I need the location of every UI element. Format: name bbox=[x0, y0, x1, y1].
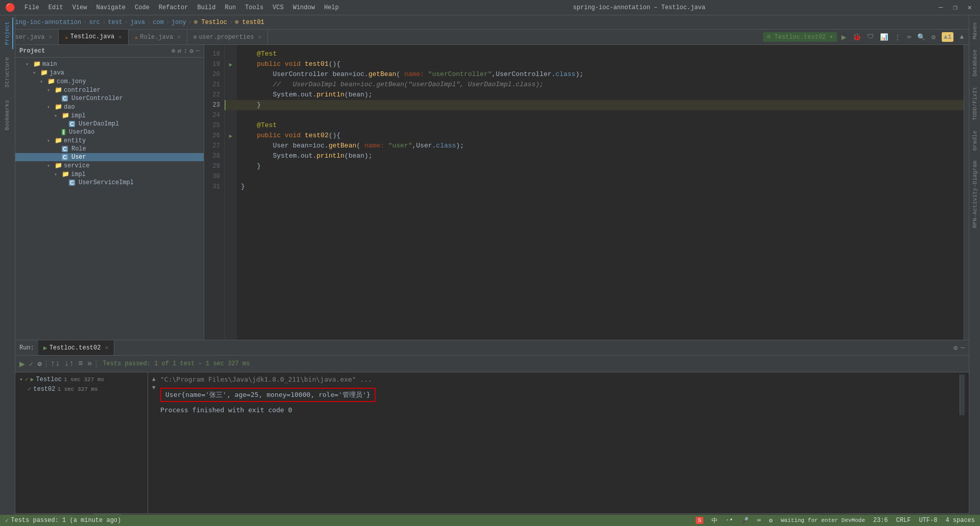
tree-user[interactable]: C User bbox=[15, 153, 204, 161]
menu-help[interactable]: Help bbox=[320, 3, 343, 12]
tree-dao[interactable]: ▾ 📁 dao bbox=[15, 103, 204, 111]
tree-userserviceimpl[interactable]: C UserServiceImpl bbox=[15, 179, 204, 187]
test-tree-testloc[interactable]: ▾ ✓ ▶ Testloc 1 sec 327 ms bbox=[15, 374, 148, 384]
run-sort-asc-btn[interactable]: ↑↓ bbox=[50, 358, 61, 369]
breadcrumb-project[interactable]: spring-ioc-annotation bbox=[4, 19, 81, 26]
run-pass-btn[interactable]: ✓ bbox=[28, 359, 34, 369]
tab-close-testloc[interactable]: ✕ bbox=[118, 34, 122, 40]
run-stop-btn[interactable]: ⊘ bbox=[36, 359, 42, 369]
structure-panel-tab[interactable]: Structure bbox=[2, 53, 13, 91]
run-align-btn[interactable]: ≡ bbox=[77, 358, 84, 369]
code-line-20: UserController bean=ioc.getBean( name: "… bbox=[237, 69, 964, 80]
gutter-19[interactable]: ▶ bbox=[225, 59, 237, 69]
search-everywhere[interactable]: 🔍 bbox=[915, 32, 927, 42]
close-button[interactable]: ✕ bbox=[965, 2, 975, 13]
breadcrumb-com[interactable]: com bbox=[153, 19, 164, 26]
database-panel-tab[interactable]: Database bbox=[970, 44, 979, 82]
breadcrumb-testloc[interactable]: ⊙ Testloc bbox=[194, 18, 227, 26]
breadcrumb-src[interactable]: src bbox=[89, 19, 100, 26]
menu-file[interactable]: File bbox=[20, 3, 43, 12]
tree-impl-service[interactable]: ▾ 📁 impl bbox=[15, 170, 204, 179]
run-more-btn[interactable]: » bbox=[86, 358, 93, 369]
encoding[interactable]: UTF-8 bbox=[919, 517, 937, 524]
code-content[interactable]: @Test public void test01(){ UserControll… bbox=[237, 45, 964, 340]
tree-userdaoimpl[interactable]: C UserDaoImpl bbox=[15, 120, 204, 128]
window-controls[interactable]: — ❐ ✕ bbox=[936, 2, 975, 13]
editor-scrollbar[interactable] bbox=[964, 45, 969, 340]
breadcrumb-test[interactable]: test bbox=[108, 19, 122, 26]
run-test01-icon[interactable]: ▶ bbox=[229, 61, 233, 68]
debug-button[interactable]: 🐞 bbox=[850, 32, 863, 42]
maximize-button[interactable]: ❐ bbox=[950, 2, 960, 13]
line-ending[interactable]: CRLF bbox=[896, 517, 911, 524]
tree-entity[interactable]: ▾ 📁 entity bbox=[15, 136, 204, 145]
profile-button[interactable]: 📊 bbox=[878, 32, 890, 42]
tree-service[interactable]: ▾ 📁 service bbox=[15, 161, 204, 170]
project-panel-tab[interactable]: Project bbox=[2, 17, 13, 49]
scroll-down-btn[interactable]: ▼ bbox=[152, 384, 158, 391]
menu-code[interactable]: Code bbox=[131, 3, 154, 12]
run-test02-icon[interactable]: ▶ bbox=[229, 133, 233, 139]
scroll-up[interactable]: ▲ bbox=[958, 32, 966, 42]
menu-window[interactable]: Window bbox=[289, 3, 319, 12]
hide-sidebar-icon[interactable]: — bbox=[195, 47, 200, 55]
breadcrumb-jony[interactable]: jony bbox=[172, 19, 186, 26]
menu-view[interactable]: View bbox=[68, 3, 91, 12]
menu-tools[interactable]: Tools bbox=[241, 3, 267, 12]
menu-vcs[interactable]: VCS bbox=[268, 3, 288, 12]
minimize-button[interactable]: — bbox=[936, 2, 946, 13]
indent[interactable]: 4 spaces bbox=[945, 517, 975, 524]
output-scrollbar[interactable] bbox=[960, 374, 965, 415]
menu-navigate[interactable]: Navigate bbox=[92, 3, 130, 12]
run-sort-desc-btn[interactable]: ↓↑ bbox=[63, 358, 75, 369]
settings-gear-icon[interactable]: ⚙ bbox=[189, 47, 193, 55]
translate-icon[interactable]: ⌨ bbox=[905, 32, 913, 42]
test-tree-test02[interactable]: ✓ test02 1 sec 327 ms bbox=[15, 384, 148, 394]
coverage-button[interactable]: 🛡 bbox=[865, 32, 876, 42]
run-play-btn[interactable]: ▶ bbox=[18, 357, 26, 370]
add-file-icon[interactable]: ⊕ bbox=[172, 47, 176, 55]
run-minimize-icon[interactable]: — bbox=[961, 344, 965, 352]
scroll-up-btn[interactable]: ▲ bbox=[152, 375, 158, 382]
more-actions[interactable]: ⋮ bbox=[892, 32, 903, 42]
run-button[interactable]: ▶ bbox=[839, 31, 848, 43]
tree-main[interactable]: ▾ 📁 main bbox=[15, 60, 204, 68]
menu-refactor[interactable]: Refactor bbox=[155, 3, 192, 12]
menu-run[interactable]: Run bbox=[220, 3, 240, 12]
run-tab-testloc[interactable]: ▶ Testloc.test02 ✕ bbox=[38, 340, 114, 355]
project-tree: ▾ 📁 main ▾ 📁 java ▾ 📁 com.jony bbox=[15, 58, 204, 189]
tab-close-user[interactable]: ✕ bbox=[48, 34, 52, 40]
tab-close-properties[interactable]: ✕ bbox=[258, 34, 261, 40]
menu-build[interactable]: Build bbox=[193, 3, 219, 12]
breadcrumb-java[interactable]: java bbox=[130, 19, 145, 26]
todo-panel-tab[interactable]: TODO/FixIt bbox=[970, 82, 979, 126]
tree-role[interactable]: C Role bbox=[15, 145, 204, 153]
tree-usercontroller[interactable]: C UserController bbox=[15, 94, 204, 103]
tab-close-role[interactable]: ✕ bbox=[177, 34, 181, 40]
run-tab-close[interactable]: ✕ bbox=[105, 344, 108, 352]
tree-java[interactable]: ▾ 📁 java bbox=[15, 68, 204, 77]
code-area[interactable]: 18 19 20 21 22 23 24 25 26 27 28 29 30 3… bbox=[204, 45, 969, 340]
breadcrumb-method[interactable]: ⊙ test01 bbox=[235, 18, 264, 26]
tab-user-properties[interactable]: ⚙ user.properties ✕ bbox=[187, 30, 268, 44]
collapse-icon[interactable]: ⇄ bbox=[178, 47, 182, 55]
menu-edit[interactable]: Edit bbox=[44, 3, 67, 12]
run-config-selector[interactable]: ⊙ Testloc.test02 ▾ bbox=[763, 32, 838, 42]
tree-impl-dao[interactable]: ▾ 📁 impl bbox=[15, 111, 204, 120]
gradle-panel-tab[interactable]: Gradle bbox=[970, 126, 979, 156]
sort-icon[interactable]: ↕ bbox=[184, 47, 188, 55]
bookmarks-panel-tab[interactable]: Bookmarks bbox=[2, 96, 13, 134]
maven-panel-tab[interactable]: Maven bbox=[970, 17, 979, 44]
code-line-29: } bbox=[237, 161, 964, 171]
run-settings-icon[interactable]: ⚙ bbox=[953, 344, 958, 352]
tab-testloc-java[interactable]: ☕ Testloc.java ✕ bbox=[59, 30, 129, 45]
tree-userdao[interactable]: I UserDao bbox=[15, 128, 204, 136]
menu-bar[interactable]: File Edit View Navigate Code Refactor Bu… bbox=[20, 3, 343, 12]
rpn-panel-tab[interactable]: RPN-Activity-Diagram bbox=[970, 156, 979, 233]
gutter-26[interactable]: ▶ bbox=[225, 131, 237, 141]
status-bar: ✓ Tests passed: 1 (a minute ago) S 中 ·• … bbox=[0, 515, 980, 526]
tree-controller[interactable]: ▾ 📁 controller bbox=[15, 86, 204, 94]
settings-icon[interactable]: ⚙ bbox=[929, 32, 938, 42]
tab-role-java[interactable]: ☕ Role.java ✕ bbox=[129, 30, 187, 44]
tree-comjony[interactable]: ▾ 📁 com.jony bbox=[15, 77, 204, 86]
